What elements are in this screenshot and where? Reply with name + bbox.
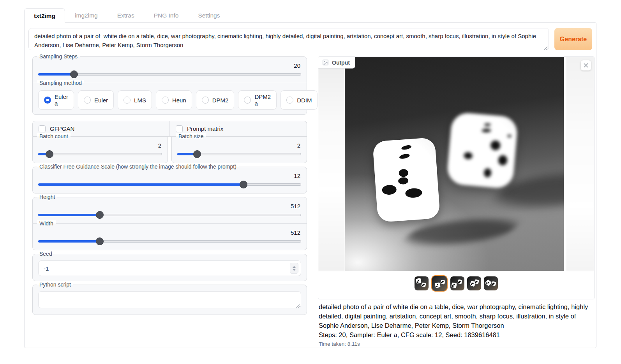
batch-count-label: Batch count bbox=[37, 133, 71, 140]
thumbnail-2-selected[interactable] bbox=[431, 275, 448, 292]
output-image[interactable] bbox=[345, 57, 564, 271]
width-label: Width bbox=[37, 220, 56, 227]
generate-button[interactable]: Generate bbox=[554, 28, 592, 50]
radio-dot-icon bbox=[286, 97, 293, 104]
radio-euler-a[interactable]: Euler a bbox=[38, 90, 74, 110]
sampling-method-label: Sampling method bbox=[37, 80, 84, 86]
tab-img2img[interactable]: img2img bbox=[65, 8, 108, 23]
radio-dot-icon bbox=[123, 97, 131, 104]
prompt-row: detailed photo of a pair of white die on… bbox=[28, 28, 592, 52]
radio-lms[interactable]: LMS bbox=[118, 90, 152, 110]
die-blurred bbox=[446, 112, 518, 189]
thumbnail-5[interactable] bbox=[484, 276, 498, 290]
batch-count-group: Batch count 2 bbox=[32, 136, 168, 163]
radio-label: DPM2 a bbox=[254, 93, 271, 107]
sampling-method-group: Sampling method Euler a Euler LMS Heun D… bbox=[32, 83, 307, 115]
radio-dot-icon bbox=[162, 97, 169, 104]
tab-bar: txt2img img2img Extras PNG Info Settings bbox=[24, 8, 229, 23]
radio-euler[interactable]: Euler bbox=[78, 90, 114, 110]
sampling-steps-group: Sampling Steps 20 bbox=[32, 56, 307, 83]
slider-fill bbox=[38, 183, 243, 186]
prompt-input[interactable]: detailed photo of a pair of white die on… bbox=[28, 28, 549, 50]
slider-handle[interactable] bbox=[193, 150, 201, 158]
output-label: Output bbox=[332, 60, 350, 66]
seed-stepper[interactable] bbox=[290, 263, 298, 274]
batch-size-slider[interactable] bbox=[177, 150, 301, 158]
slider-handle[interactable] bbox=[96, 237, 104, 245]
output-gallery: Output bbox=[318, 56, 595, 299]
radio-label: Heun bbox=[172, 97, 186, 104]
width-group: Width 512 bbox=[32, 223, 307, 250]
checkbox-icon bbox=[39, 125, 46, 132]
radio-label: LMS bbox=[134, 97, 146, 104]
stepper-down-icon[interactable] bbox=[293, 269, 296, 271]
thumbnail-4[interactable] bbox=[467, 276, 481, 290]
close-button[interactable] bbox=[581, 60, 591, 70]
txt2img-panel: detailed photo of a pair of white die on… bbox=[24, 22, 596, 348]
settings-column: Sampling Steps 20 Sampling method Euler … bbox=[32, 56, 307, 347]
sampling-steps-slider[interactable] bbox=[38, 70, 301, 78]
generation-info: detailed photo of a pair of white die on… bbox=[318, 302, 591, 347]
sampling-method-radios: Euler a Euler LMS Heun DPM2 DPM2 a DDIM … bbox=[38, 90, 301, 110]
caption-params: Steps: 20, Sampler: Euler a, CFG scale: … bbox=[319, 331, 591, 340]
cfg-scale-slider[interactable] bbox=[38, 181, 301, 188]
radio-dot-icon bbox=[244, 97, 251, 104]
radio-label: DPM2 bbox=[212, 97, 229, 104]
height-label: Height bbox=[37, 194, 57, 200]
slider-handle[interactable] bbox=[70, 70, 78, 78]
prompt-box: detailed photo of a pair of white die on… bbox=[28, 28, 549, 52]
batch-count-value: 2 bbox=[38, 142, 162, 149]
sampling-steps-label: Sampling Steps bbox=[37, 53, 80, 60]
radio-label: Euler bbox=[94, 97, 108, 104]
batch-count-slider[interactable] bbox=[38, 150, 162, 158]
seed-group: Seed bbox=[32, 254, 307, 281]
stepper-up-icon[interactable] bbox=[293, 266, 296, 268]
caption-time: Time taken: 8.11s bbox=[319, 341, 591, 347]
app-page: txt2img img2img Extras PNG Info Settings… bbox=[0, 0, 621, 364]
script-wrap bbox=[38, 291, 301, 310]
seed-input[interactable] bbox=[38, 260, 301, 276]
thumbnail-strip bbox=[415, 275, 498, 292]
height-slider[interactable] bbox=[38, 211, 301, 219]
tab-png-info[interactable]: PNG Info bbox=[144, 8, 189, 23]
die-shadow bbox=[400, 216, 524, 247]
slider-fill bbox=[38, 73, 74, 76]
toggles-panel: GFPGAN Prompt matrix bbox=[32, 121, 307, 137]
radio-dot-icon bbox=[202, 97, 209, 104]
width-slider[interactable] bbox=[38, 237, 301, 245]
python-script-input[interactable] bbox=[38, 291, 301, 308]
gallery-right-band bbox=[566, 57, 594, 271]
slider-handle[interactable] bbox=[240, 181, 247, 188]
thumbnail-3[interactable] bbox=[450, 276, 464, 290]
radio-dpm2-a[interactable]: DPM2 a bbox=[238, 90, 277, 110]
output-column: Output bbox=[318, 56, 595, 347]
batch-row: Batch count 2 Batch size 2 bbox=[32, 136, 307, 163]
tab-settings[interactable]: Settings bbox=[188, 8, 229, 23]
radio-dot-icon bbox=[44, 97, 51, 104]
height-group: Height 512 bbox=[32, 197, 307, 224]
die-focused bbox=[372, 137, 440, 223]
image-icon bbox=[322, 59, 329, 66]
output-tab-chip[interactable]: Output bbox=[318, 57, 355, 69]
radio-ddim[interactable]: DDIM bbox=[281, 90, 318, 110]
radio-label: Euler a bbox=[55, 93, 68, 107]
height-value: 512 bbox=[38, 203, 301, 210]
tab-txt2img[interactable]: txt2img bbox=[24, 8, 65, 23]
gfpgan-label: GFPGAN bbox=[50, 125, 74, 132]
cfg-scale-group: Classifier Free Guidance Scale (how stro… bbox=[32, 167, 307, 193]
slider-fill bbox=[38, 214, 100, 216]
radio-dpm2[interactable]: DPM2 bbox=[196, 90, 235, 110]
thumbnail-1[interactable] bbox=[415, 276, 429, 290]
python-script-label: Python script bbox=[37, 281, 73, 288]
sampling-steps-value: 20 bbox=[38, 62, 301, 69]
gallery-left-band bbox=[318, 57, 345, 271]
slider-fill bbox=[38, 240, 100, 243]
slider-handle[interactable] bbox=[96, 211, 104, 219]
tab-extras[interactable]: Extras bbox=[108, 8, 144, 23]
width-value: 512 bbox=[38, 229, 301, 236]
radio-heun[interactable]: Heun bbox=[156, 90, 192, 110]
radio-label: DDIM bbox=[297, 97, 312, 104]
slider-handle[interactable] bbox=[46, 150, 53, 158]
radio-dot-icon bbox=[84, 97, 91, 104]
cfg-scale-value: 12 bbox=[38, 172, 301, 179]
